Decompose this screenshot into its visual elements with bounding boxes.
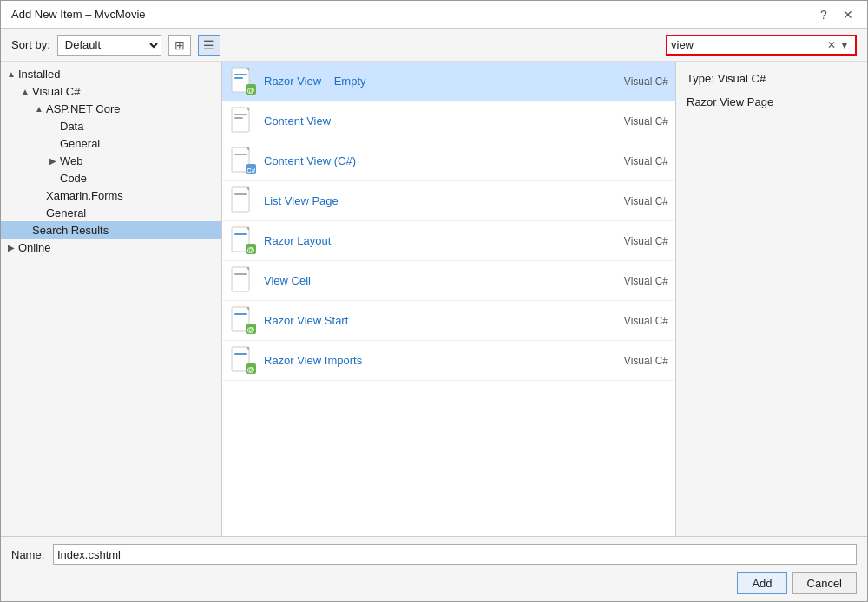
grid-icon: ⊞: [174, 38, 185, 52]
expand-icon-search-results: [18, 223, 32, 237]
search-clear-icon[interactable]: ✕: [825, 39, 838, 51]
item-row[interactable]: Content View Visual C#: [222, 101, 675, 141]
tree-node-xamarin-forms[interactable]: Xamarin.Forms: [1, 186, 221, 204]
svg-rect-23: [232, 267, 249, 291]
item-name-razor-view-empty: Razor View – Empty: [264, 75, 599, 88]
item-list: @ Razor View – Empty Visual C# Content V…: [222, 62, 676, 536]
tree-node-data[interactable]: Data: [1, 117, 221, 134]
svg-text:@: @: [247, 86, 255, 95]
list-view-button[interactable]: ☰: [198, 35, 220, 56]
tree-label-general: General: [60, 137, 100, 150]
tree-label-visual-csharp: Visual C#: [32, 85, 80, 98]
expand-icon-web: ▶: [46, 154, 60, 167]
item-row[interactable]: View Cell Visual C#: [222, 261, 675, 301]
svg-rect-33: [234, 353, 247, 355]
svg-rect-3: [234, 77, 243, 79]
svg-text:@: @: [247, 245, 255, 254]
tree-node-aspnet-core[interactable]: ▲ ASP.NET Core: [1, 100, 221, 117]
search-box: ✕ ▼: [666, 35, 857, 56]
grid-view-button[interactable]: ⊞: [168, 35, 191, 56]
tree-node-installed[interactable]: ▲ Installed: [1, 65, 221, 82]
item-icon-razor-view-empty: @: [229, 68, 257, 95]
title-bar-right: ? ✕: [815, 6, 857, 23]
item-icon-razor-view-start: @: [229, 307, 257, 335]
tree-node-web[interactable]: ▶ Web: [1, 152, 221, 169]
tree-label-online: Online: [18, 241, 51, 254]
tree-node-code[interactable]: Code: [1, 169, 221, 186]
name-input[interactable]: [53, 544, 857, 565]
tree-node-visual-csharp[interactable]: ▲ Visual C#: [1, 82, 221, 100]
item-name-list-view-page: List View Page: [264, 194, 599, 207]
svg-rect-8: [234, 114, 247, 115]
expand-icon-general: [46, 136, 60, 150]
item-name-razor-layout: Razor Layout: [264, 234, 599, 247]
cancel-button[interactable]: Cancel: [792, 572, 857, 594]
title-bar-left: Add New Item – MvcMovie: [11, 8, 146, 21]
svg-rect-25: [234, 273, 247, 275]
tree-label-code: Code: [60, 172, 87, 185]
right-panel: Type: Visual C# Razor View Page: [676, 62, 867, 536]
svg-rect-9: [234, 117, 243, 119]
search-go-icon[interactable]: ▼: [838, 39, 852, 51]
item-icon-view-cell: [229, 267, 257, 295]
tree-node-general2[interactable]: General: [1, 204, 221, 221]
svg-text:@: @: [247, 325, 255, 334]
item-name-razor-view-start: Razor View Start: [264, 314, 599, 327]
svg-rect-20: [234, 233, 247, 235]
tree-label-xamarin-forms: Xamarin.Forms: [46, 189, 123, 202]
svg-rect-17: [234, 193, 247, 195]
tree-label-web: Web: [60, 154, 83, 167]
list-icon: ☰: [203, 38, 214, 52]
type-value: Visual C#: [718, 72, 766, 85]
item-type-razor-layout: Visual C#: [599, 235, 668, 247]
expand-icon-aspnet-core: ▲: [32, 101, 46, 115]
svg-rect-2: [234, 74, 247, 75]
title-bar: Add New Item – MvcMovie ? ✕: [1, 1, 867, 29]
item-icon-razor-view-imports: @: [229, 347, 257, 375]
help-button[interactable]: ?: [815, 6, 832, 23]
tree-node-online[interactable]: ▶ Online: [1, 239, 221, 256]
item-type-razor-view-empty: Visual C#: [599, 75, 668, 88]
type-label: Type:: [687, 72, 714, 85]
tree-label-data: Data: [60, 120, 83, 133]
svg-rect-15: [232, 187, 249, 212]
sort-select[interactable]: Default Name Type: [57, 35, 161, 56]
dialog: Add New Item – MvcMovie ? ✕ Sort by: Def…: [0, 0, 868, 602]
svg-text:@: @: [247, 365, 255, 374]
add-button[interactable]: Add: [737, 572, 786, 594]
name-row: Name:: [11, 544, 857, 565]
item-type-list-view-page: Visual C#: [599, 195, 668, 207]
item-row[interactable]: @ Razor View Imports Visual C#: [222, 341, 675, 381]
button-row: Add Cancel: [11, 572, 857, 594]
expand-icon-data: [46, 119, 60, 133]
tree-node-search-results[interactable]: Search Results: [1, 221, 221, 239]
expand-icon-online: ▶: [4, 240, 18, 254]
expand-icon-visual-csharp: ▲: [18, 84, 32, 98]
item-row[interactable]: @ Razor View Start Visual C#: [222, 301, 675, 341]
item-name-content-view: Content View: [264, 115, 599, 128]
dialog-title: Add New Item – MvcMovie: [11, 8, 146, 21]
close-button[interactable]: ✕: [839, 6, 857, 23]
name-label: Name:: [11, 548, 46, 561]
tree-node-general[interactable]: General: [1, 134, 221, 152]
item-row[interactable]: @ Razor Layout Visual C#: [222, 221, 675, 261]
item-icon-content-view: [229, 108, 257, 135]
item-row[interactable]: C# Content View (C#) Visual C#: [222, 141, 675, 181]
main-content: ▲ Installed ▲ Visual C# ▲ ASP.NET Core D…: [1, 62, 867, 536]
item-row[interactable]: @ Razor View – Empty Visual C#: [222, 62, 675, 101]
toolbar: Sort by: Default Name Type ⊞ ☰ ✕ ▼: [1, 29, 867, 62]
expand-icon-installed: ▲: [4, 67, 18, 81]
svg-rect-6: [232, 108, 249, 132]
item-type-content-view: Visual C#: [599, 115, 668, 128]
item-row[interactable]: List View Page Visual C#: [222, 181, 675, 221]
expand-icon-general2: [32, 206, 46, 219]
bottom-bar: Name: Add Cancel: [1, 536, 867, 601]
svg-text:C#: C#: [247, 167, 256, 174]
svg-rect-28: [234, 313, 247, 315]
left-panel: ▲ Installed ▲ Visual C# ▲ ASP.NET Core D…: [1, 62, 222, 536]
item-name-content-view-csharp: Content View (C#): [264, 154, 599, 167]
item-name-razor-view-imports: Razor View Imports: [264, 354, 599, 367]
sort-label: Sort by:: [11, 38, 50, 51]
tree-label-search-results: Search Results: [32, 224, 108, 237]
search-input[interactable]: [671, 38, 825, 51]
